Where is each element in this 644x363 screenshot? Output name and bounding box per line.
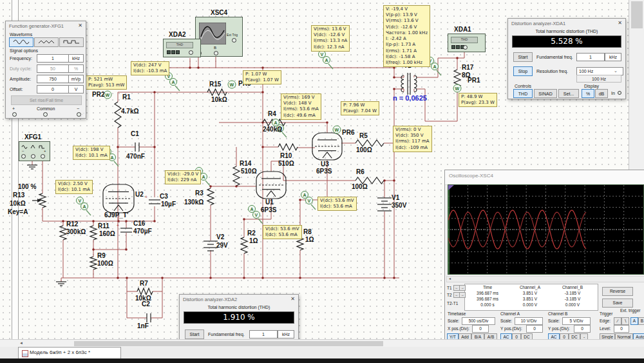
horizontal-scrollbar-thumb[interactable] (74, 341, 383, 346)
xsc4-icon-label: XSC4 (211, 9, 227, 16)
xda1-input-terminal[interactable] (463, 45, 468, 50)
probe-letter: A (433, 64, 437, 69)
distortion-analyzer-xda1-icon[interactable]: THD (448, 34, 486, 52)
fg-amplitude-input[interactable]: 750 (37, 75, 69, 83)
fg-plus-label: + (12, 106, 15, 111)
resistor-symbol (355, 140, 384, 146)
scope-save-button[interactable]: Save (602, 299, 633, 308)
wire-junction (189, 66, 191, 69)
xda2-dialog-title[interactable]: Distortion analyzer-XDA2 (180, 295, 298, 306)
fg-square-button[interactable] (59, 37, 84, 47)
r17-name: R17 (462, 64, 473, 71)
xda1-dialog-title[interactable]: Distortion analyzer-XDA1 (508, 19, 625, 30)
xda2-start-button[interactable]: Start (185, 329, 204, 339)
xda1-res-dropdown-icon[interactable]: ⌄ (614, 68, 618, 74)
probe-label-pr5[interactable]: P: 1.07 W P(avg): 1.07 W (243, 70, 281, 84)
probe-label-169v[interactable]: V(rms): 169 V V(dc): 148 V I(rms): 53.6 … (281, 93, 321, 120)
probe-label-neg29v[interactable]: V(dc): -29.0 V I(dc): 229 nA (165, 170, 201, 184)
fg-dialog-common-terminal[interactable] (43, 112, 48, 117)
distortion-analyzer-xda2-icon[interactable]: THD (163, 39, 201, 57)
scope-level-field[interactable]: 0 (614, 325, 629, 333)
xda2-input-terminal[interactable] (189, 50, 193, 55)
oscilloscope-title[interactable]: Oscilloscope-XSC4 (445, 170, 644, 185)
wire-junction (243, 277, 245, 279)
xda1-db-button[interactable]: dB (595, 89, 608, 98)
xda1-fund-input[interactable]: 1 (576, 53, 605, 61)
scope-edge-b-button[interactable]: B (638, 317, 644, 325)
probe-label-53mv-b[interactable]: V(dc): 53.6 mV I(dc): 53.6 mA (317, 197, 357, 211)
sheet-tab[interactable]: Модель 6ж9п + 2 х 6п3с * (18, 347, 121, 358)
function-generator-dialog[interactable]: Function generator-XFG1 ✕ Waveforms Sign… (5, 21, 86, 119)
scope-scroll-left-icon[interactable]: ◄ (448, 277, 451, 280)
fg-minus-terminal[interactable] (21, 154, 26, 159)
transformer-coil (401, 75, 404, 92)
xda1-percent-button[interactable]: % (582, 89, 594, 98)
fg-close-icon[interactable]: ✕ (78, 23, 82, 28)
scope-t1-right-button[interactable]: → (459, 285, 466, 291)
xda2-close-icon[interactable]: ✕ (290, 297, 295, 302)
scope-edge-a-button[interactable]: A (630, 317, 638, 325)
fg-offset-input[interactable]: 0 (37, 85, 69, 93)
fg-frequency-input[interactable]: 1 (37, 54, 69, 63)
xda1-sinad-button[interactable]: SINAD (534, 89, 557, 98)
scope-tb-scale-field[interactable]: 500 us/Div (462, 317, 495, 325)
xda1-fund-unit[interactable]: kHz (605, 53, 621, 61)
scope-edge-rising-button[interactable]: ∕ (614, 317, 621, 325)
resistor-symbol (39, 193, 46, 208)
probe-label-13v[interactable]: V(rms): 13.6 V V(dc): -12.6 V I(rms): 13… (311, 25, 350, 52)
fg-triangle-button[interactable] (34, 37, 59, 47)
fg-offset-unit[interactable]: V (68, 85, 84, 93)
wire-junction (153, 91, 156, 93)
probe-label-pr1[interactable]: P: 48.9 W P(avg): 23.3 W (459, 93, 497, 107)
c3-name: C3 (160, 193, 168, 200)
probe-label-198v[interactable]: V(dc): 198 V I(dc): 10.1 mA (73, 146, 110, 160)
fg-amplitude-unit[interactable]: mVp (68, 75, 84, 83)
scope-t1-time: 396.687 ms (467, 291, 508, 295)
scope-cha-ypos-field[interactable]: 0 (526, 325, 543, 333)
probe-label-53mv-a[interactable]: V(dc): 53.6 mV I(dc): 53.6 mA (263, 225, 302, 239)
probe-label-output[interactable]: V: -19,4 V V(p-p): 13.9 V V(rms): 13.6 V… (383, 5, 430, 67)
oscilloscope-icon[interactable]: Ext Trig A B (195, 17, 243, 57)
xda1-thd-button[interactable]: THD (513, 89, 533, 98)
probe-label-pr2[interactable]: P: 521 mW P(avg): 513 mW (86, 75, 127, 90)
wire-junction (393, 179, 395, 182)
scope-edge-falling-button[interactable]: ∖ (621, 317, 629, 325)
xda2-fund-unit[interactable]: kHz (278, 330, 294, 338)
probe-label-247v[interactable]: V(dc): 247 V I(dc): -10.3 mA (131, 61, 169, 75)
vertical-scrollbar-thumb[interactable] (631, 1, 643, 28)
scope-chb-scale-field[interactable]: 5 V/Div (562, 317, 591, 325)
fg-common-terminal[interactable] (31, 154, 35, 159)
vertical-scrollbar[interactable] (629, 0, 644, 170)
wire-junction (92, 248, 95, 251)
probe-label-350v[interactable]: V(rms): 0 V V(dc): 350 V I(rms): 117 mA … (393, 126, 432, 152)
horizontal-scroll-left-icon[interactable]: ◄ (19, 341, 23, 345)
function-generator-icon[interactable]: − + (19, 141, 50, 161)
ext-trig-terminal[interactable] (232, 38, 236, 43)
fg-sine-button[interactable] (9, 37, 33, 47)
fg-resize-grip[interactable]: ⋰ (80, 112, 84, 117)
xda1-stop-button[interactable]: Stop (513, 66, 533, 76)
scope-chb-ypos-field[interactable]: 0 (574, 325, 591, 333)
scope-xpos-field[interactable]: 0 (472, 325, 489, 333)
xda1-set-button[interactable]: Set... (558, 89, 579, 98)
scope-cha-scale-field[interactable]: 10 V/Div (515, 317, 543, 325)
channel-b-terminal[interactable] (214, 51, 218, 55)
probe-label-2v5[interactable]: V(dc): 2.50 V I(dc): 10.1 mA (55, 180, 93, 194)
fg-dialog-plus-terminal[interactable] (12, 112, 17, 117)
xda1-start-button[interactable]: Start (513, 52, 533, 62)
oscilloscope-screen (448, 184, 644, 275)
scope-hscrollbar[interactable]: ◄ (446, 276, 644, 282)
xda2-fund-input[interactable]: 1 (249, 330, 278, 338)
scope-t2-right-button[interactable]: → (459, 292, 466, 298)
fg-dialog-title[interactable]: Function generator-XFG1 (6, 21, 86, 32)
oscilloscope-panel[interactable]: Oscilloscope-XSC4 ◄ Time Channel_A Chann… (444, 170, 644, 348)
fg-plus-terminal[interactable] (41, 154, 45, 159)
probe-pointer (328, 64, 333, 69)
xda1-dialog[interactable]: Distortion analyzer-XDA1 ✕ Total harmoni… (507, 18, 626, 99)
scope-col-time: Time (467, 285, 508, 289)
u1-name: U1 (265, 199, 274, 206)
probe-label-pr6[interactable]: P: 7.96 W P(avg): 7.04 W (341, 101, 379, 115)
xda1-close-icon[interactable]: ✕ (618, 21, 622, 26)
scope-reverse-button[interactable]: Reverse (602, 287, 633, 296)
fg-frequency-unit[interactable]: kHz (68, 54, 84, 63)
